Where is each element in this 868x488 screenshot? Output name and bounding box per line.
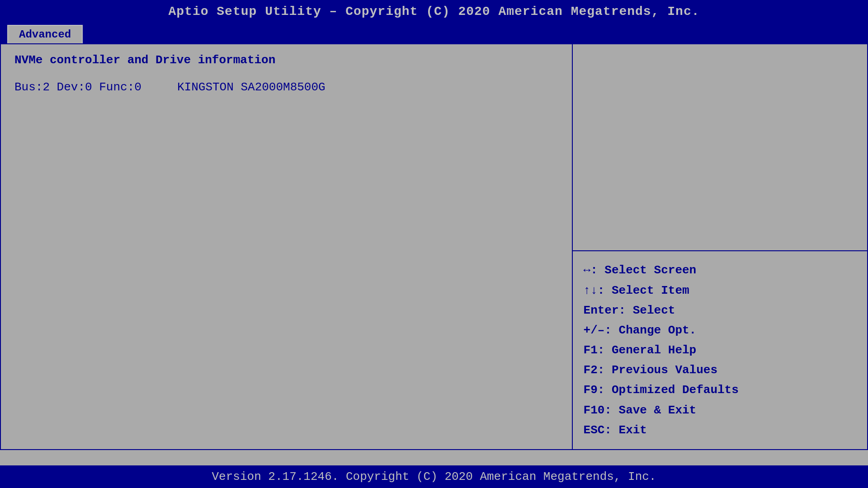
- help-save-exit: F10: Save & Exit: [584, 400, 856, 420]
- header-bar: Aptio Setup Utility – Copyright (C) 2020…: [0, 0, 868, 23]
- footer-bar: Version 2.17.1246. Copyright (C) 2020 Am…: [0, 465, 868, 488]
- tab-advanced[interactable]: Advanced: [7, 25, 83, 43]
- section-title: NVMe controller and Drive information: [14, 53, 558, 67]
- main-container: NVMe controller and Drive information Bu…: [0, 43, 868, 450]
- left-panel: NVMe controller and Drive information Bu…: [1, 44, 573, 449]
- help-general-help: F1: General Help: [584, 340, 856, 360]
- help-change-opt: +/–: Change Opt.: [584, 320, 856, 340]
- right-top-area: [573, 44, 867, 250]
- help-enter-select: Enter: Select: [584, 300, 856, 320]
- help-previous-values: F2: Previous Values: [584, 360, 856, 380]
- tab-bar: Advanced: [0, 23, 868, 43]
- right-help-area: ↔: Select Screen ↑↓: Select Item Enter: …: [573, 251, 867, 449]
- info-key: Bus:2 Dev:0 Func:0: [14, 80, 177, 94]
- help-select-item: ↑↓: Select Item: [584, 281, 856, 300]
- header-title: Aptio Setup Utility – Copyright (C) 2020…: [169, 5, 700, 19]
- help-select-screen: ↔: Select Screen: [584, 260, 856, 280]
- help-optimized-defaults: F9: Optimized Defaults: [584, 380, 856, 400]
- footer-text: Version 2.17.1246. Copyright (C) 2020 Am…: [212, 470, 656, 483]
- help-esc-exit: ESC: Exit: [584, 420, 856, 440]
- right-panel: ↔: Select Screen ↑↓: Select Item Enter: …: [573, 44, 867, 449]
- info-row: Bus:2 Dev:0 Func:0 KINGSTON SA2000M8500G: [14, 80, 558, 94]
- info-value: KINGSTON SA2000M8500G: [177, 80, 326, 94]
